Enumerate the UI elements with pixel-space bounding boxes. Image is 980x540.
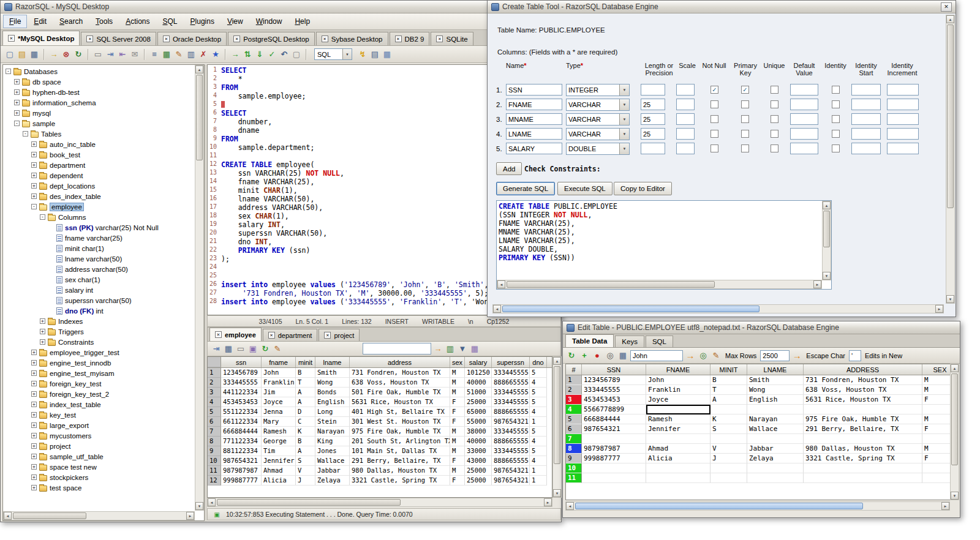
expand-icon[interactable]: + <box>31 360 37 366</box>
results-cell[interactable]: King <box>315 437 350 446</box>
collapse-icon[interactable]: - <box>31 204 37 209</box>
edit-cell[interactable] <box>747 473 804 483</box>
results-cell[interactable]: V <box>296 466 315 476</box>
results-column-header-ssn[interactable]: ssn <box>221 357 262 367</box>
tree-item-foreign-key-test-2[interactable]: +foreign_key_test_2 <box>3 389 195 399</box>
edit-cell[interactable] <box>804 405 922 414</box>
scroll-up-icon[interactable]: ▲ <box>195 66 203 73</box>
chevron-down-icon[interactable]: ▼ <box>619 143 629 154</box>
result-tab-employee[interactable]: ✕employee <box>209 328 262 341</box>
scrollbar-track[interactable] <box>501 305 935 313</box>
edit-vertical-scrollbar[interactable]: ▲ ▼ <box>950 364 959 500</box>
scroll-down-icon[interactable]: ▼ <box>553 489 561 497</box>
save-icon[interactable]: ▦ <box>29 49 40 60</box>
edit-table-titlebar[interactable]: Edit Table - PUBLIC.EMPLOYEE utf8_notepa… <box>563 321 960 334</box>
add-column-button[interactable]: Add <box>496 162 522 175</box>
edit-cell[interactable] <box>646 463 710 473</box>
scroll-left-icon[interactable]: ◄ <box>208 498 216 506</box>
scroll-down-icon[interactable]: ▼ <box>951 492 959 500</box>
tab-close-icon[interactable]: ✕ <box>215 331 222 338</box>
expand-icon[interactable]: + <box>40 339 45 345</box>
execute-icon[interactable]: → <box>230 49 241 60</box>
edit-results-icon[interactable]: ✎ <box>272 343 283 354</box>
edit-cell[interactable]: 333445555 <box>582 385 646 395</box>
results-cell[interactable]: Ahmad <box>262 466 296 476</box>
expand-icon[interactable]: + <box>31 464 37 470</box>
connect-icon[interactable]: → <box>48 49 59 60</box>
connection-tab-sybase-desktop[interactable]: ✕Sybase Desktop <box>316 32 388 45</box>
results-cell[interactable]: 333445555 <box>221 378 262 388</box>
expand-icon[interactable]: + <box>14 79 20 84</box>
results-cell[interactable]: Franklin <box>262 378 296 388</box>
results-cell[interactable]: 1 <box>530 476 547 486</box>
row-number[interactable]: 11 <box>208 466 221 476</box>
results-cell[interactable]: 5 <box>530 388 547 397</box>
chevron-down-icon[interactable]: ▼ <box>342 49 352 59</box>
column-name-input[interactable] <box>506 99 562 110</box>
identity-start-input[interactable] <box>851 84 881 96</box>
tree-item-dno-fk-int[interactable]: dno (FK) int <box>3 306 195 316</box>
edit-cell[interactable] <box>747 405 804 414</box>
max-rows-input[interactable] <box>760 350 790 361</box>
length-input[interactable] <box>641 84 665 96</box>
results-cell[interactable]: F <box>450 407 465 417</box>
find-icon[interactable]: ◎ <box>605 350 616 361</box>
column-type-select[interactable]: VARCHAR▼ <box>566 99 630 111</box>
refresh-results-icon[interactable]: ↻ <box>260 343 271 354</box>
undo-icon[interactable]: ↶ <box>279 49 290 60</box>
results-cell[interactable]: 51000 <box>465 388 492 397</box>
row-number[interactable]: 7 <box>208 427 221 437</box>
tree-item-large-export[interactable]: +large_export <box>3 420 195 430</box>
expand-icon[interactable]: + <box>31 443 37 449</box>
edit-cell[interactable]: 975 Fire Oak, Humble TX <box>804 414 922 424</box>
grid-view-icon[interactable]: ▦ <box>382 49 393 60</box>
edit-cell[interactable]: 291 Berry, Bellaire, TX <box>804 424 922 434</box>
scroll-right-icon[interactable]: ► <box>935 305 943 313</box>
row-number[interactable]: 5 <box>208 407 221 417</box>
primary-key-checkbox[interactable] <box>741 100 749 108</box>
scroll-down-icon[interactable]: ▼ <box>946 295 954 303</box>
length-input[interactable] <box>641 143 665 154</box>
tree-item-space-test-new[interactable]: +space test new <box>3 462 195 472</box>
tree-item-sample-utf-table[interactable]: +sample_utf_table <box>3 451 195 462</box>
results-cell[interactable]: 291 Berry, Bellaire, TX <box>350 456 450 466</box>
results-cell[interactable]: Alicia <box>262 476 296 486</box>
results-cell[interactable]: 453453453 <box>221 397 262 407</box>
scroll-up-icon[interactable]: ▲ <box>946 15 954 23</box>
tree-item-constraints[interactable]: +Constraints <box>3 337 195 347</box>
expand-icon[interactable]: + <box>40 318 45 324</box>
row-number[interactable]: 2 <box>208 378 221 388</box>
tab-close-icon[interactable]: ✕ <box>436 36 443 42</box>
results-cell[interactable]: 1 <box>530 466 547 476</box>
results-cell[interactable]: 980 Dallas, Houston TX <box>350 466 450 476</box>
scrollbar-track[interactable] <box>946 23 954 295</box>
connection-tab-sql-server-2008[interactable]: ✕SQL Server 2008 <box>81 32 156 45</box>
length-input[interactable] <box>641 99 665 110</box>
tree-item-engine-test-myisam[interactable]: +engine_test_myisam <box>3 368 195 378</box>
row-number[interactable]: 12 <box>208 476 221 486</box>
scroll-left-icon[interactable]: ◄ <box>566 502 574 510</box>
results-cell[interactable]: M <box>450 368 465 378</box>
describe-table-icon[interactable]: ≡ <box>149 49 160 60</box>
lookup-icon[interactable]: ▥ <box>445 343 456 354</box>
edit-cell[interactable]: V <box>710 444 747 454</box>
identity-increment-input[interactable] <box>887 113 919 125</box>
edit-cell[interactable]: J <box>710 454 747 463</box>
tree-item-mycustomers[interactable]: +mycustomers <box>3 430 195 441</box>
results-cell[interactable]: Jabbar <box>315 466 350 476</box>
refresh-icon[interactable]: ↻ <box>566 350 577 361</box>
results-cell[interactable]: 731 Fondren, Houston TX <box>350 368 450 378</box>
menu-item-plugins[interactable]: Plugins <box>184 15 221 28</box>
tree-item-triggers[interactable]: +Triggers <box>3 326 195 337</box>
favorites-icon[interactable]: ★ <box>210 49 221 60</box>
results-column-header-lname[interactable]: lname <box>315 357 350 367</box>
results-cell[interactable]: 5 <box>530 446 547 456</box>
filter-go-icon[interactable]: → <box>432 343 443 354</box>
connection-tab-mysql-desktop[interactable]: ✕*MySQL Desktop <box>2 31 80 45</box>
results-cell[interactable]: 38000 <box>465 427 492 437</box>
results-column-header-sex[interactable]: sex <box>450 357 465 367</box>
default-value-input[interactable] <box>790 143 818 154</box>
results-cell[interactable]: Jones <box>315 446 350 456</box>
identity-increment-input[interactable] <box>887 99 919 110</box>
results-cell[interactable]: 4 <box>530 456 547 466</box>
